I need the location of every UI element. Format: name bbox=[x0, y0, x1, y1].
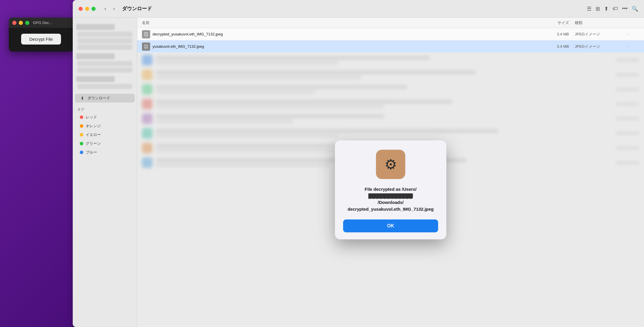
finder-maximize-button[interactable] bbox=[91, 7, 96, 11]
column-headers: 名前 サイズ 種類 bbox=[137, 18, 644, 28]
sidebar-item-green[interactable]: グリーン bbox=[75, 139, 135, 148]
forward-button[interactable]: › bbox=[111, 4, 117, 13]
svg-rect-5 bbox=[145, 46, 147, 46]
file-name-2: yusakuvol.eth_IMG_7132.jpeg bbox=[152, 44, 540, 49]
blue-tag-label: ブルー bbox=[86, 150, 97, 155]
yellow-tag-label: イエロー bbox=[86, 132, 101, 137]
finder-toolbar-right: ☰ ⊞ ⬆ 🏷 ••• 🔍 bbox=[587, 6, 638, 12]
dialog-box: ⚙ File decrypted as /Users/ ████████████… bbox=[335, 140, 446, 239]
orange-tag-label: オレンジ bbox=[86, 123, 101, 129]
red-tag-label: レッド bbox=[86, 115, 97, 120]
gpg-window: GPG Dec... Decrypt File bbox=[9, 18, 73, 52]
yellow-tag-dot bbox=[80, 133, 83, 137]
finder-toolbar: ‹ › ダウンロード ☰ ⊞ ⬆ 🏷 ••• 🔍 bbox=[73, 0, 644, 18]
red-tag-dot bbox=[80, 115, 83, 119]
dialog-overlay: ⚙ File decrypted as /Users/ ████████████… bbox=[137, 53, 644, 327]
file-icon-2 bbox=[142, 42, 150, 51]
gpg-window-title: GPG Dec... bbox=[33, 21, 52, 25]
decrypt-file-button[interactable]: Decrypt File bbox=[21, 34, 61, 45]
dialog-icon-wrap: ⚙ bbox=[376, 150, 405, 179]
col-header-size[interactable]: サイズ bbox=[540, 20, 575, 25]
gpg-body: Decrypt File bbox=[9, 28, 73, 52]
close-button[interactable] bbox=[12, 21, 16, 25]
grid-view-icon[interactable]: ⊞ bbox=[596, 6, 600, 12]
finder-traffic-lights bbox=[79, 7, 96, 11]
finder-nav: ‹ › ダウンロード bbox=[102, 4, 152, 13]
gear-icon: ⚙ bbox=[384, 156, 397, 173]
search-icon[interactable]: 🔍 bbox=[632, 6, 638, 12]
col-header-name[interactable]: 名前 bbox=[142, 20, 540, 25]
sidebar-item-blue[interactable]: ブルー bbox=[75, 148, 135, 157]
file-name-1: decrypted_yusakuvol.eth_IMG_7132.jpeg bbox=[152, 32, 540, 36]
svg-rect-3 bbox=[145, 35, 146, 36]
minimize-button[interactable] bbox=[19, 21, 23, 25]
finder-main: 名前 サイズ 種類 decrypted_yusakuvol.eth_IMG_71… bbox=[137, 18, 644, 327]
finder-window: ‹ › ダウンロード ☰ ⊞ ⬆ 🏷 ••• 🔍 bbox=[73, 0, 644, 327]
sidebar-downloads-label: ダウンロード bbox=[87, 96, 110, 101]
sidebar-item-downloads[interactable]: ⬇ ダウンロード bbox=[75, 94, 135, 103]
blue-tag-dot bbox=[80, 151, 83, 154]
tag-icon[interactable]: 🏷 bbox=[613, 6, 618, 12]
green-tag-dot bbox=[80, 142, 83, 145]
file-size-2: 3.4 MB bbox=[540, 44, 575, 49]
svg-rect-2 bbox=[145, 34, 147, 35]
dialog-ok-button[interactable]: OK bbox=[343, 219, 438, 232]
maximize-button[interactable] bbox=[25, 21, 29, 25]
file-icon-1 bbox=[142, 30, 150, 38]
sidebar-item-red[interactable]: レッド bbox=[75, 113, 135, 122]
finder-close-button[interactable] bbox=[79, 7, 83, 11]
svg-rect-1 bbox=[145, 33, 147, 34]
dialog-message: File decrypted as /Users/ ████████████ /… bbox=[348, 186, 433, 212]
gpg-titlebar: GPG Dec... bbox=[9, 18, 73, 28]
tags-section-label: タグ bbox=[73, 105, 137, 113]
green-tag-label: グリーン bbox=[86, 141, 101, 146]
finder-sidebar: ⬇ ダウンロード タグ レッド オレンジ イエロー グリーン bbox=[73, 18, 137, 327]
table-row[interactable]: decrypted_yusakuvol.eth_IMG_7132.jpeg 3.… bbox=[137, 28, 644, 40]
finder-title: ダウンロード bbox=[122, 5, 152, 12]
sidebar-item-yellow[interactable]: イエロー bbox=[75, 130, 135, 139]
finder-minimize-button[interactable] bbox=[85, 7, 89, 11]
svg-rect-6 bbox=[145, 47, 147, 47]
more-options-icon[interactable]: ••• bbox=[622, 6, 628, 12]
table-row[interactable]: yusakuvol.eth_IMG_7132.jpeg 3.4 MB JPEGイ… bbox=[137, 40, 644, 53]
list-view-icon[interactable]: ☰ bbox=[587, 6, 592, 12]
download-icon: ⬇ bbox=[80, 96, 85, 101]
file-kind-2: JPEGイメージ bbox=[575, 44, 628, 49]
share-icon[interactable]: ⬆ bbox=[604, 6, 609, 12]
file-kind-1: JPEGイメージ bbox=[575, 32, 628, 37]
back-button[interactable]: ‹ bbox=[102, 4, 109, 13]
col-header-kind[interactable]: 種類 bbox=[575, 20, 628, 25]
file-extra-2: › bbox=[628, 45, 639, 49]
finder-content: ⬇ ダウンロード タグ レッド オレンジ イエロー グリーン bbox=[73, 18, 644, 327]
sidebar-item-orange[interactable]: オレンジ bbox=[75, 122, 135, 130]
file-size-1: 3.4 MB bbox=[540, 32, 575, 36]
orange-tag-dot bbox=[80, 124, 83, 128]
file-extra-1: › bbox=[628, 32, 639, 36]
